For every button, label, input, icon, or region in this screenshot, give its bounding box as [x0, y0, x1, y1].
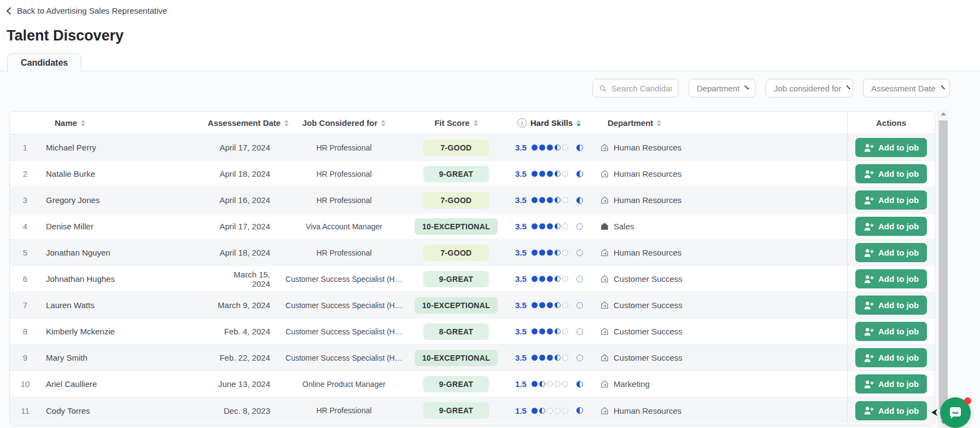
add-to-job-label: Add to job	[878, 353, 919, 362]
benchmark-circle-icon	[576, 328, 583, 335]
hard-skills-dots	[532, 408, 568, 414]
fit-score-badge: 7-GOOD	[423, 192, 489, 209]
assessment-date-filter-dropdown[interactable]: Assessment Date	[863, 79, 950, 97]
add-to-job-label: Add to job	[878, 300, 919, 310]
department-label: Customer Success	[614, 327, 682, 336]
person-plus-icon	[864, 170, 874, 178]
add-to-job-label: Add to job	[878, 406, 919, 415]
department-label: Customer Success	[614, 300, 682, 310]
sort-icon[interactable]	[474, 120, 478, 126]
search-candidate-input[interactable]	[611, 84, 672, 93]
skill-dot-empty	[562, 223, 568, 229]
department-outline-icon	[600, 379, 609, 389]
sort-icon[interactable]	[657, 120, 661, 126]
hard-skills-cell: 3.5	[505, 143, 593, 152]
hard-skills-value: 1.5	[515, 379, 527, 389]
tabs-bar: Candidates	[0, 53, 980, 71]
person-plus-icon	[864, 327, 874, 336]
candidate-name: Kimberly Mckenzie	[40, 327, 215, 336]
skill-dot-empty	[562, 408, 568, 414]
page-title: Talent Discovery	[7, 27, 124, 44]
assessment-date: April 16, 2024	[215, 195, 281, 205]
search-candidate-box[interactable]	[592, 79, 679, 97]
person-plus-icon	[864, 222, 874, 231]
column-header-job[interactable]: Job Considered for	[281, 118, 407, 128]
skill-dot-half	[555, 223, 561, 229]
column-header-name[interactable]: Name	[40, 118, 215, 128]
department-filter-dropdown[interactable]: Department	[689, 79, 756, 97]
candidate-name: Michael Perry	[40, 143, 215, 152]
add-to-job-button[interactable]: Add to job	[855, 374, 927, 394]
skill-dot-full	[532, 408, 538, 414]
assessment-date: April 17, 2024	[215, 222, 281, 231]
add-to-job-button[interactable]: Add to job	[855, 217, 927, 236]
skill-dot-empty	[555, 381, 561, 387]
fit-score-badge: 10-EXCEPTIONAL	[415, 218, 498, 235]
sort-icon[interactable]	[381, 120, 386, 126]
actions-cell: Add to job	[847, 345, 935, 371]
add-to-job-button[interactable]: Add to job	[855, 322, 927, 341]
column-header-assessment-date[interactable]: Assessement Date	[215, 118, 281, 128]
department-cell: Sales	[593, 222, 847, 231]
job-considered-for: HR Professional	[281, 143, 407, 152]
fit-score-cell: 8-GREAT	[407, 323, 505, 340]
add-to-job-button[interactable]: Add to job	[855, 401, 927, 420]
add-to-job-button[interactable]: Add to job	[855, 138, 927, 157]
add-to-job-label: Add to job	[878, 379, 919, 389]
column-header-hard-skills[interactable]: i Hard Skills	[505, 118, 593, 128]
back-link[interactable]: Back to Advertising Sales Representative	[8, 6, 167, 15]
hard-skills-cell: 3.5	[505, 300, 593, 310]
job-considered-for: Customer Success Specialist (H…	[281, 354, 407, 362]
table-row: 2 Natalie Burke April 18, 2024 HR Profes…	[10, 161, 935, 187]
assessment-date: Feb. 22, 2024	[215, 353, 281, 362]
job-considered-for: Customer Success Specialist (H…	[281, 327, 407, 336]
table-row: 8 Kimberly Mckenzie Feb. 4, 2024 Custome…	[10, 319, 935, 345]
skill-dot-empty	[562, 144, 568, 151]
add-to-job-button[interactable]: Add to job	[855, 348, 927, 367]
column-header-department[interactable]: Department	[593, 118, 847, 128]
department-cell: Customer Success	[593, 327, 847, 336]
row-index: 4	[10, 222, 40, 231]
info-icon[interactable]: i	[517, 118, 527, 128]
candidate-name: Cody Torres	[40, 406, 215, 415]
skill-dot-half	[539, 381, 545, 387]
skill-dot-full	[547, 302, 553, 308]
add-to-job-label: Add to job	[878, 195, 919, 205]
department-cell: Human Resources	[593, 143, 847, 152]
benchmark-circle-icon	[576, 144, 583, 151]
actions-cell: Add to job	[847, 213, 935, 239]
chevron-down-icon	[847, 85, 851, 89]
job-considered-filter-dropdown[interactable]: Job considered for	[766, 79, 853, 97]
job-considered-for: Customer Success Specialist (H…	[281, 301, 407, 310]
column-header-fit-score[interactable]: Fit Score	[407, 118, 505, 128]
skill-dot-full	[539, 355, 545, 361]
skill-dot-full	[547, 355, 553, 361]
row-index: 6	[10, 274, 40, 284]
add-to-job-button[interactable]: Add to job	[855, 243, 927, 262]
department-cell: Human Resources	[593, 248, 847, 257]
scrollbar-thumb[interactable]	[939, 120, 948, 409]
vertical-scrollbar[interactable]	[938, 109, 948, 428]
department-outline-icon	[600, 327, 609, 336]
add-to-job-label: Add to job	[878, 222, 919, 231]
benchmark-circle-icon	[576, 302, 583, 309]
add-to-job-button[interactable]: Add to job	[855, 296, 927, 315]
fit-score-cell: 10-EXCEPTIONAL	[407, 297, 505, 314]
benchmark-circle-icon	[576, 223, 583, 230]
candidate-name: Jonathan Nguyen	[40, 248, 215, 257]
hard-skills-value: 1.5	[515, 406, 527, 415]
sort-icon-active[interactable]	[576, 120, 581, 126]
add-to-job-button[interactable]: Add to job	[855, 269, 927, 288]
sort-icon[interactable]	[81, 120, 85, 126]
fit-score-cell: 9-GREAT	[407, 402, 505, 419]
chevron-left-icon	[7, 7, 14, 15]
scrollbar-up-arrow[interactable]	[938, 109, 948, 118]
add-to-job-button[interactable]: Add to job	[855, 164, 927, 183]
row-index: 10	[10, 379, 40, 389]
actions-cell: Add to job	[847, 240, 935, 265]
fit-score-badge: 9-GREAT	[423, 402, 489, 419]
filter-bar: Department Job considered for Assessment…	[592, 79, 950, 97]
skill-dot-empty	[547, 381, 553, 387]
tab-candidates[interactable]: Candidates	[7, 53, 81, 72]
add-to-job-button[interactable]: Add to job	[855, 190, 927, 210]
